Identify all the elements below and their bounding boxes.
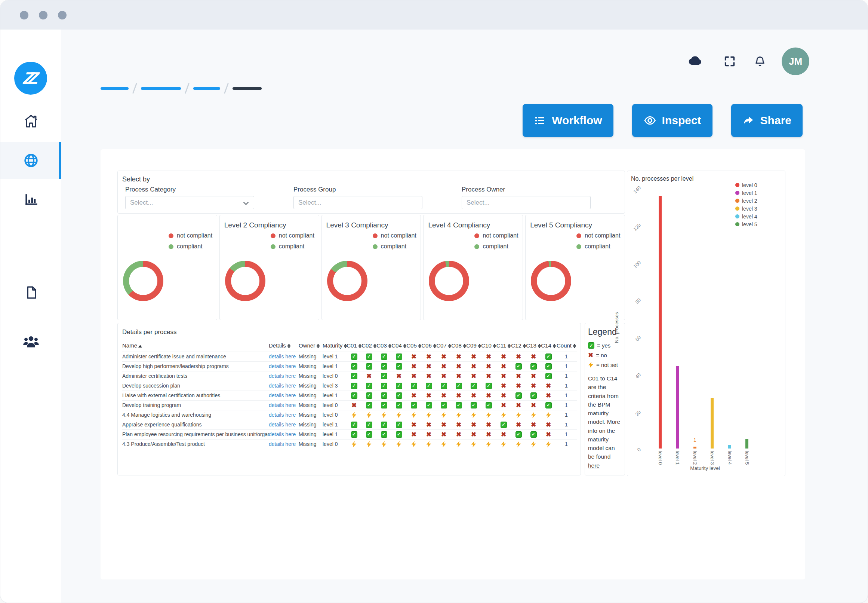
process-name-cell: 4.3 Produce/Assemble/Test product [122,439,269,449]
cross-icon [531,372,536,380]
legend-note: C01 to C14 are the criteria from the BPM… [588,374,622,470]
column-header-c10[interactable]: C10 [481,340,496,352]
column-header-c12[interactable]: C12 [511,340,526,352]
filter-input[interactable]: Select... [462,196,590,209]
column-header-c09[interactable]: C09 [466,340,481,352]
table-row: Appraise experience qualificationsdetail… [122,420,577,430]
pie-legend-item[interactable]: compliant [373,243,416,250]
window-dot[interactable] [20,11,28,19]
sort-icon [523,344,526,348]
filter-select[interactable]: Select... [125,196,254,209]
column-header-c01[interactable]: C01 [347,340,361,352]
column-header-c06[interactable]: C06 [421,340,436,352]
details-link[interactable]: details here [269,354,296,359]
column-header-c14[interactable]: C14 [541,340,556,352]
sidebar-item-documents[interactable] [0,278,61,308]
pie-legend-item[interactable]: compliant [169,243,212,250]
column-header-c03[interactable]: C03 [376,340,392,352]
criterion-c05-cell [406,400,421,410]
criterion-c01-cell [347,430,361,439]
breadcrumb-separator [185,83,190,94]
maturity-model-link[interactable]: here [588,462,600,469]
criterion-c04-cell [392,430,406,439]
column-header-c04[interactable]: C04 [392,340,406,352]
details-link[interactable]: details here [269,402,296,408]
legend-dot-icon [373,244,378,249]
column-header-label: Maturity [322,342,342,349]
cross-icon [471,353,476,360]
details-cell: details here [269,430,299,439]
pie-legend-item[interactable]: compliant [474,243,518,250]
column-header-c07[interactable]: C07 [436,340,451,352]
process-name-cell: Develop succession plan [122,381,269,391]
action-buttons: Workflow Inspect [523,104,803,137]
breadcrumb-segment[interactable] [100,87,129,90]
legend-dot-icon [474,244,479,249]
criterion-c02-cell [361,352,376,361]
sidebar-item-users[interactable] [0,326,61,356]
pie-legend-item[interactable]: not compliant [169,232,212,239]
criterion-c09-cell [466,391,481,400]
x-tick-label: level 3 [709,451,715,465]
details-link[interactable]: details here [269,422,296,428]
cloud-icon[interactable] [687,55,704,68]
criterion-c09-cell [466,361,481,371]
count-cell: 1 [556,420,577,430]
owner-cell: Missing [299,371,322,381]
criterion-c09-cell [466,371,481,381]
pie-legend-item[interactable]: not compliant [577,232,620,239]
filter-label: Process Group [293,186,422,193]
sidebar-item-analytics[interactable] [0,184,61,214]
fullscreen-icon[interactable] [723,55,736,68]
filter-process-category: Process CategorySelect... [125,186,254,209]
column-header-c02[interactable]: C02 [361,340,376,352]
column-header-c08[interactable]: C08 [451,340,466,352]
details-link[interactable]: details here [269,373,296,379]
check-icon [588,342,594,349]
cross-icon [471,431,476,438]
legend-label: not compliant [381,232,416,239]
workflow-button[interactable]: Workflow [523,104,613,137]
avatar[interactable]: JM [782,48,809,75]
app-logo[interactable]: ZZ [14,62,47,94]
details-link[interactable]: details here [269,383,296,389]
breadcrumb-segment[interactable] [141,87,181,90]
inspect-button[interactable]: Inspect [632,104,712,137]
column-header-maturity[interactable]: Maturity [322,340,347,352]
sidebar-item-processes[interactable] [0,142,61,179]
pie-legend-item[interactable]: not compliant [271,232,315,239]
sort-icon [317,344,320,348]
column-header-owner[interactable]: Owner [299,340,322,352]
filter-input[interactable]: Select... [293,196,422,209]
details-link[interactable]: details here [269,431,296,437]
details-link[interactable]: details here [269,363,296,369]
pie-legend-item[interactable]: compliant [271,243,315,250]
details-link[interactable]: details here [269,412,296,418]
column-header-c11[interactable]: C11 [496,340,511,352]
details-link[interactable]: details here [269,441,296,447]
sidebar-item-home[interactable] [0,106,61,136]
breadcrumb-segment[interactable] [193,87,220,90]
pie-legend-item[interactable]: not compliant [373,232,416,239]
window-dot[interactable] [39,11,48,19]
notifications-bell-icon[interactable] [753,55,767,68]
criterion-c12-cell [511,371,526,381]
criterion-c01-cell [347,371,361,381]
share-button[interactable]: Share [731,104,803,137]
column-header-count[interactable]: Count [556,340,577,352]
pie-legend-item[interactable]: not compliant [474,232,518,239]
window-dot[interactable] [58,11,66,19]
bar-chart-icon [23,191,39,207]
check-icon [456,402,462,408]
column-header-label: C03 [376,342,387,349]
details-cell: details here [269,439,299,449]
column-header-c05[interactable]: C05 [406,340,421,352]
details-link[interactable]: details here [269,393,296,398]
criterion-c04-cell [392,439,406,449]
column-header-details[interactable]: Details [269,340,299,352]
column-header-name[interactable]: Name [122,340,269,352]
pie-legend-item[interactable]: compliant [577,243,620,250]
filter-label: Process Category [125,186,254,193]
column-header-c13[interactable]: C13 [526,340,541,352]
y-tick-label: 60 [629,334,642,348]
